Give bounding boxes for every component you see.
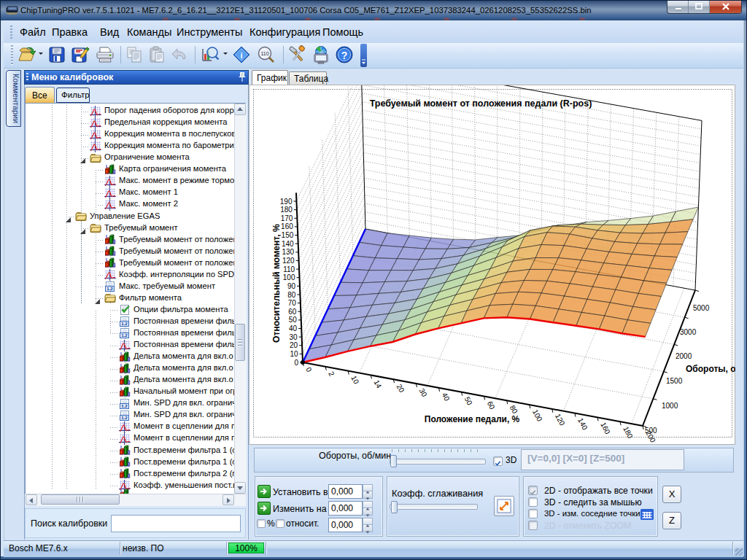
svg-text:1.2: 1.2 xyxy=(107,286,113,291)
svg-text:Относительный момент, %: Относительный момент, % xyxy=(271,224,282,343)
svg-text:1.2: 1.2 xyxy=(121,333,128,338)
svg-text:1.2: 1.2 xyxy=(121,403,128,408)
svg-text:0: 0 xyxy=(304,366,314,373)
svg-text:i: i xyxy=(240,51,242,60)
svg-text:160: 160 xyxy=(599,421,612,435)
svg-text:0: 0 xyxy=(294,359,298,367)
svg-text:110: 110 xyxy=(260,51,268,56)
svg-text:Положение педали, %: Положение педали, % xyxy=(425,414,520,424)
svg-text:2: 2 xyxy=(327,370,336,378)
svg-text:1000: 1000 xyxy=(662,402,678,410)
svg-text:3000: 3000 xyxy=(680,328,697,336)
svg-text:20: 20 xyxy=(395,383,406,394)
svg-text:5000: 5000 xyxy=(693,304,710,312)
svg-text:160: 160 xyxy=(281,222,293,230)
svg-text:10: 10 xyxy=(349,374,360,385)
svg-text:110: 110 xyxy=(283,265,295,273)
svg-text:190: 190 xyxy=(280,198,293,206)
svg-text:40: 40 xyxy=(441,392,452,402)
svg-text:10: 10 xyxy=(290,350,298,358)
svg-text:1.2: 1.2 xyxy=(121,415,128,420)
svg-text:20: 20 xyxy=(290,341,298,349)
svg-text:180: 180 xyxy=(280,206,293,214)
svg-text:120: 120 xyxy=(554,413,567,427)
svg-text:130: 130 xyxy=(282,248,295,256)
svg-text:1500: 1500 xyxy=(666,377,683,385)
svg-text:30: 30 xyxy=(290,333,298,341)
svg-text:140: 140 xyxy=(576,416,589,431)
svg-text:180: 180 xyxy=(622,425,635,440)
svg-text:70: 70 xyxy=(288,299,297,307)
svg-text:90: 90 xyxy=(287,282,296,290)
svg-text:60: 60 xyxy=(288,308,297,316)
svg-text:?: ? xyxy=(341,50,348,61)
svg-text:140: 140 xyxy=(282,240,294,248)
svg-text:500: 500 xyxy=(645,427,657,435)
svg-text:Требуемый момент от положения: Требуемый момент от положения педали (R-… xyxy=(370,98,592,109)
svg-text:30: 30 xyxy=(418,387,429,398)
svg-text:150: 150 xyxy=(282,231,294,239)
svg-text:14: 14 xyxy=(372,378,383,389)
svg-text:40: 40 xyxy=(289,324,298,332)
svg-text:120: 120 xyxy=(282,257,295,265)
svg-text:100: 100 xyxy=(283,273,295,281)
svg-text:60: 60 xyxy=(486,400,497,411)
svg-text:50: 50 xyxy=(463,395,474,406)
svg-text:80: 80 xyxy=(287,291,296,299)
svg-text:1.2: 1.2 xyxy=(121,322,128,327)
svg-text:170: 170 xyxy=(281,214,293,222)
svg-text:2000: 2000 xyxy=(676,352,692,360)
svg-text:Обороты, об/мин: Обороты, об/мин xyxy=(686,364,735,374)
svg-text:50: 50 xyxy=(289,316,298,324)
svg-text:100: 100 xyxy=(531,408,544,423)
